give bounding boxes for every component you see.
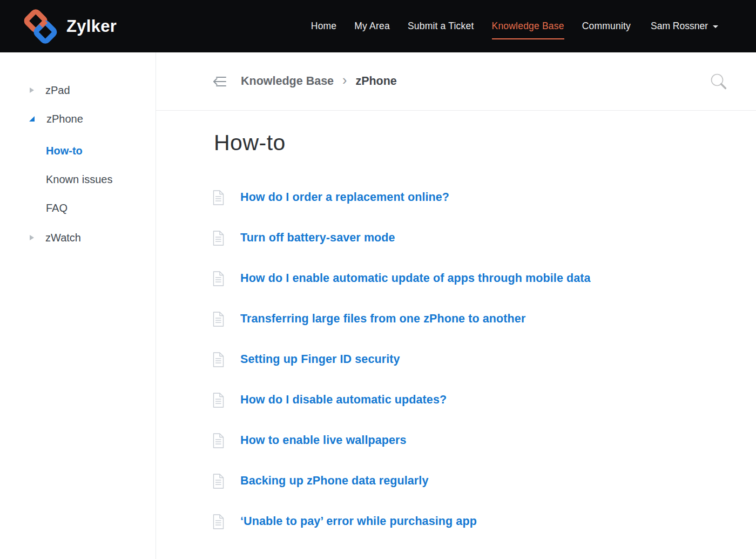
chevron-down-icon (713, 25, 718, 28)
article-row: Transferring large files from one zPhone… (212, 299, 756, 339)
sidebar-item-zpad[interactable]: zPad (0, 79, 156, 101)
article-link[interactable]: ‘Unable to pay’ error while purchasing a… (240, 515, 477, 528)
document-icon (212, 352, 225, 367)
article-row: How do I disable automatic updates? (212, 380, 756, 420)
sidebar-item-zwatch[interactable]: zWatch (0, 227, 156, 248)
article-link[interactable]: How do I order a replacement online? (240, 191, 449, 204)
sidebar-item-label: zWatch (45, 232, 81, 244)
article-link[interactable]: Transferring large files from one zPhone… (240, 312, 525, 326)
breadcrumb: Knowledge Base › zPhone (156, 52, 756, 111)
sidebar-item-how-to[interactable]: How-to (46, 140, 156, 161)
nav-submit-a-ticket[interactable]: Submit a Ticket (408, 21, 474, 32)
sidebar-sublist-zphone: How-to Known issues FAQ (0, 140, 156, 219)
triangle-expanded-icon (29, 116, 35, 122)
article-row: ‘Unable to pay’ error while purchasing a… (212, 501, 756, 542)
article-row: Setting up Finger ID security (212, 339, 756, 380)
article-row: How to enable live wallpapers (212, 420, 756, 461)
article-link[interactable]: How do I disable automatic updates? (240, 393, 447, 407)
nav-home[interactable]: Home (311, 21, 336, 32)
article-row: How do I order a replacement online? (212, 177, 756, 218)
article-row: How do I enable automatic update of apps… (212, 258, 756, 299)
top-header: Zylker Home My Area Submit a Ticket Know… (0, 0, 756, 52)
article-link[interactable]: How do I enable automatic update of apps… (240, 272, 591, 285)
brand-name: Zylker (66, 17, 117, 36)
zylker-logo-icon (21, 6, 60, 47)
sidebar: zPad zPhone How-to Known issues FAQ zWat… (0, 52, 156, 559)
breadcrumb-knowledge-base[interactable]: Knowledge Base (241, 75, 334, 88)
nav-knowledge-base[interactable]: Knowledge Base (492, 21, 564, 32)
triangle-right-icon (30, 87, 34, 93)
document-icon (212, 514, 225, 529)
search-icon[interactable] (710, 72, 728, 91)
sidebar-item-label: zPad (45, 84, 70, 97)
document-icon (212, 393, 225, 408)
back-collapse-icon[interactable] (212, 76, 227, 87)
document-icon (212, 312, 225, 327)
document-icon (212, 190, 225, 205)
brand[interactable]: Zylker (21, 6, 117, 47)
triangle-right-icon (30, 235, 34, 240)
article-row: Turn off battery-saver mode (212, 218, 756, 258)
sidebar-item-faq[interactable]: FAQ (46, 197, 156, 219)
sidebar-item-label: zPhone (46, 113, 83, 125)
article-link[interactable]: Turn off battery-saver mode (240, 231, 395, 245)
article-link[interactable]: Setting up Finger ID security (240, 353, 400, 366)
nav-community[interactable]: Community (582, 21, 631, 32)
document-icon (212, 231, 225, 246)
user-name: Sam Rossner (651, 21, 708, 32)
main-content: Knowledge Base › zPhone How-to How do I … (156, 52, 756, 559)
document-icon (212, 474, 225, 489)
user-menu[interactable]: Sam Rossner (651, 21, 718, 32)
document-icon (212, 433, 225, 448)
sidebar-item-zphone[interactable]: zPhone (0, 108, 156, 130)
breadcrumb-zphone: zPhone (355, 75, 396, 88)
article-link[interactable]: How to enable live wallpapers (240, 434, 407, 447)
article-row: Backing up zPhone data regularly (212, 461, 756, 501)
article-link[interactable]: Backing up zPhone data regularly (240, 474, 428, 488)
article-list: How do I order a replacement online? Tur… (156, 177, 756, 542)
sidebar-item-known-issues[interactable]: Known issues (46, 169, 156, 190)
top-nav: Home My Area Submit a Ticket Knowledge B… (311, 21, 718, 32)
nav-my-area[interactable]: My Area (354, 21, 390, 32)
breadcrumb-separator-icon: › (342, 73, 347, 87)
document-icon (212, 271, 225, 286)
page-title: How-to (214, 130, 756, 156)
